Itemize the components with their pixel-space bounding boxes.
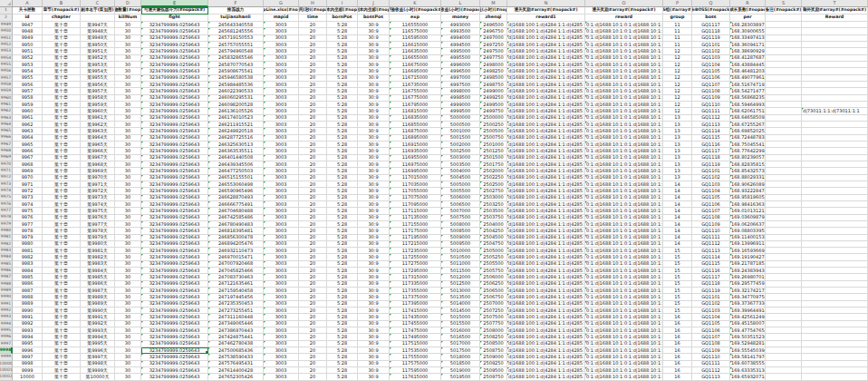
cell-L9984[interactable]: 5010500 xyxy=(441,254,480,260)
cell-S9976[interactable] xyxy=(766,201,802,208)
cell-R9967[interactable]: 168.7504554126213 xyxy=(730,142,766,148)
cell-G9964[interactable]: 3003 xyxy=(264,122,299,128)
cell-T9965[interactable] xyxy=(802,128,868,134)
cell-P10001[interactable]: 16 xyxy=(663,367,692,374)
cell-G9959[interactable]: 3003 xyxy=(264,88,299,94)
cell-O9977[interactable]: 0:1:d|1688:10:1:0:1:d|1688:10:1: xyxy=(585,208,663,214)
cell-C9971[interactable]: 第9969天 xyxy=(81,168,115,174)
cell-I9966[interactable]: 5:28 xyxy=(327,135,358,142)
cell-O9981[interactable]: 0:1:d|1688:10:1:0:1:d|1688:10:1: xyxy=(585,235,663,241)
cell-A9994[interactable]: 9992 xyxy=(13,321,43,327)
cell-A9966[interactable]: 9964 xyxy=(13,135,43,142)
cell-O9968[interactable]: 0:1:d|1688:10:1:0:1:d|1688:10:1: xyxy=(585,148,663,154)
cell-A9985[interactable]: 9983 xyxy=(13,261,43,268)
row-header-9955[interactable]: 9955 xyxy=(0,62,13,68)
cell-Q9949[interactable]: GQ1117 xyxy=(692,22,730,28)
cell-M10000[interactable]: 2509250 xyxy=(480,361,507,367)
cell-O9949[interactable]: 0:1:d|1688:10:1:0:1:d|1688:10:1: xyxy=(585,22,663,28)
header-cell-S1[interactable]: 备注(#nopack#) xyxy=(766,7,802,15)
cell-M9983[interactable]: 2505000 xyxy=(480,248,507,254)
row-header-9979[interactable]: 9979 xyxy=(0,221,13,228)
cell-Q9956[interactable]: GQ1105 xyxy=(692,68,730,74)
cell-C9997[interactable]: 第9995天 xyxy=(81,341,115,347)
cell-T10001[interactable] xyxy=(802,367,868,374)
cell-Q9952[interactable]: GQ1101 xyxy=(692,42,730,48)
cell-A9992[interactable]: 9990 xyxy=(13,308,43,314)
row-header-9981[interactable]: 9981 xyxy=(0,235,13,241)
cell-A9962[interactable]: 9960 xyxy=(13,108,43,114)
cell-L9952[interactable]: 4994500 xyxy=(441,42,480,48)
cell-E9969[interactable]: 3234799999.0259643 xyxy=(141,155,208,161)
cell-J9994[interactable]: 30:9 xyxy=(358,321,390,327)
cell-K9996[interactable]: 117495000 xyxy=(390,334,441,340)
header-cell-F1[interactable]: 推荐战力 xyxy=(208,7,264,15)
cell-B9950[interactable]: 第十章 xyxy=(43,28,81,34)
cell-E9961[interactable]: 3234799999.0259643 xyxy=(141,102,208,108)
cell-E9988[interactable]: 3234799999.0259643 xyxy=(141,281,208,288)
cell-O9955[interactable]: 0:1:d|1688:10:1:0:1:d|1688:10:1: xyxy=(585,62,663,68)
cell-M9978[interactable]: 2503750 xyxy=(480,215,507,221)
cell-H9992[interactable]: 20 xyxy=(299,308,327,314)
cell-J9961[interactable]: 30:9 xyxy=(358,102,390,108)
cell-N9956[interactable]: d|1688:100:1:d|4284:1:1:d|4285:1:1 xyxy=(507,68,585,74)
header-cell-H1[interactable]: 刷怪时间(秒)(#nopack#) xyxy=(299,7,327,15)
field-cell-E2[interactable]: fight xyxy=(141,15,208,22)
row-header-9971[interactable]: 9971 xyxy=(0,168,13,174)
cell-G9957[interactable]: 3003 xyxy=(264,75,299,82)
header-cell-L1[interactable]: 金币收益(小时)(#nopack#) xyxy=(441,7,480,15)
cell-J9955[interactable]: 30:9 xyxy=(358,62,390,68)
row-header-9962[interactable]: 9962 xyxy=(0,108,13,114)
cell-I9979[interactable]: 5:28 xyxy=(327,221,358,228)
cell-F9966[interactable]: 246287725516 xyxy=(208,135,264,142)
cell-D9966[interactable]: 30 xyxy=(115,135,141,142)
cell-C9992[interactable]: 第9990天 xyxy=(81,308,115,314)
cell-A9964[interactable]: 9962 xyxy=(13,122,43,128)
cell-K9995[interactable]: 117475000 xyxy=(390,327,441,334)
cell-P9992[interactable]: 15 xyxy=(663,308,692,314)
row-header-9988[interactable]: 9988 xyxy=(0,281,13,288)
cell-I9986[interactable]: 5:28 xyxy=(327,268,358,274)
cell-S9966[interactable] xyxy=(766,135,802,142)
cell-B9952[interactable]: 第十章 xyxy=(43,42,81,48)
cell-P9986[interactable]: 15 xyxy=(663,268,692,274)
cell-F9977[interactable]: 246704680488 xyxy=(208,208,264,214)
cell-O9986[interactable]: 0:1:d|1688:10:1:0:1:d|1688:10:1: xyxy=(585,268,663,274)
cell-I9997[interactable]: 5:28 xyxy=(327,341,358,347)
cell-F9998[interactable]: 247500685436 xyxy=(208,347,264,354)
column-header-I[interactable]: I xyxy=(327,0,358,7)
cell-M9966[interactable]: 2500750 xyxy=(480,135,507,142)
cell-D9959[interactable]: 30 xyxy=(115,88,141,94)
cell-C9967[interactable]: 第9965天 xyxy=(81,142,115,148)
cell-G9973[interactable]: 3003 xyxy=(264,181,299,188)
column-header-S[interactable]: S xyxy=(766,0,802,7)
cell-J9998[interactable]: 30:9 xyxy=(358,347,390,354)
cell-Q9999[interactable]: GQ1110 xyxy=(692,354,730,360)
cell-A9989[interactable]: 9987 xyxy=(13,288,43,294)
cell-T9968[interactable] xyxy=(802,148,868,154)
cell-K9968[interactable]: 116935000 xyxy=(390,148,441,154)
cell-N9976[interactable]: d|1688:100:1:d|4284:1:1:d|4285:1:1 xyxy=(507,201,585,208)
cell-I9949[interactable]: 5:28 xyxy=(327,22,358,28)
cell-O9963[interactable]: 0:1:d|1688:10:1:0:1:d|1688:10:1: xyxy=(585,115,663,122)
row-header-9949[interactable]: 9949 xyxy=(0,22,13,28)
cell-T9979[interactable] xyxy=(802,221,868,228)
cell-A9998[interactable]: 9996 xyxy=(13,347,43,354)
row-header-9952[interactable]: 9952 xyxy=(0,42,13,48)
cell-R9982[interactable]: 169.1399691135228 xyxy=(730,241,766,248)
cell-F9965[interactable]: 246249820518 xyxy=(208,128,264,134)
cell-F10002[interactable]: 247652305426 xyxy=(208,374,264,380)
cell-L9961[interactable]: 4999000 xyxy=(441,102,480,108)
cell-P9981[interactable]: 14 xyxy=(663,235,692,241)
row-header-9998[interactable]: 9998 xyxy=(0,347,13,354)
cell-K9965[interactable]: 116875000 xyxy=(390,128,441,134)
cell-C9979[interactable]: 第9977天 xyxy=(81,221,115,228)
cell-N9977[interactable]: d|1688:100:1:d|4284:1:1:d|4285:1:1 xyxy=(507,208,585,214)
cell-I9956[interactable]: 5:28 xyxy=(327,68,358,74)
cell-G9971[interactable]: 3003 xyxy=(264,168,299,174)
cell-F9983[interactable]: 246932110473 xyxy=(208,248,264,254)
cell-T9982[interactable] xyxy=(802,241,868,248)
cell-E9968[interactable]: 3234799999.0259643 xyxy=(141,148,208,154)
cell-G9963[interactable]: 3003 xyxy=(264,115,299,122)
cell-M9992[interactable]: 2507250 xyxy=(480,308,507,314)
cell-O9965[interactable]: 0:1:d|1688:10:1:0:1:d|1688:10:1: xyxy=(585,128,663,134)
